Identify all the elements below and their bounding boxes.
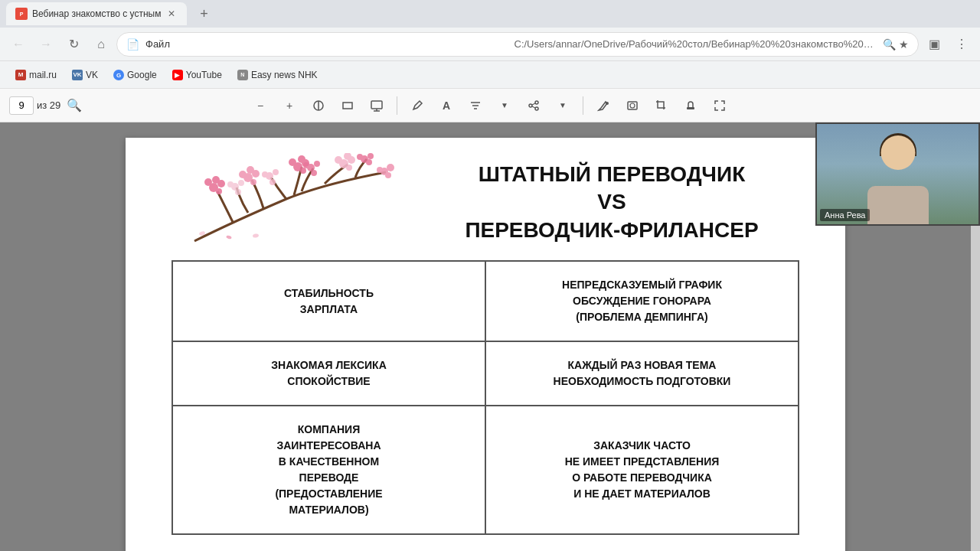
svg-point-48: [385, 172, 391, 178]
zoom-out-button[interactable]: −: [248, 93, 273, 118]
annotate-button[interactable]: [405, 93, 430, 118]
pen-tool-button[interactable]: [591, 93, 616, 118]
bookmark-mail-label: mail.ru: [29, 70, 57, 80]
bookmark-youtube-label: YouTube: [186, 70, 222, 80]
stamp-button[interactable]: [678, 93, 703, 118]
svg-point-47: [387, 164, 394, 171]
tab-favicon: P: [15, 8, 28, 20]
svg-point-53: [262, 171, 268, 178]
svg-point-52: [270, 179, 276, 185]
svg-point-36: [300, 168, 306, 174]
bookmark-youtube[interactable]: ▶ YouTube: [166, 67, 228, 83]
table-cell-3-1: КОМПАНИЯЗАИНТЕРЕСОВАНАВ КАЧЕСТВЕННОМПЕРЕ…: [172, 406, 485, 534]
mail-icon: M: [15, 70, 26, 80]
tab-title: Вебинар знакомство с устным: [32, 8, 161, 19]
menu-button[interactable]: ⋮: [949, 32, 974, 57]
maximize-button[interactable]: [707, 93, 732, 118]
youtube-icon: ▶: [172, 70, 183, 80]
back-button[interactable]: ←: [6, 32, 31, 57]
svg-point-14: [529, 104, 532, 107]
search-pdf-button[interactable]: 🔍: [67, 98, 82, 112]
svg-point-59: [238, 180, 244, 186]
comparison-table: СТАБИЛЬНОСТЬЗАРПЛАТА НЕПРЕДСКАЗУЕМЫЙ ГРА…: [172, 260, 799, 535]
svg-point-34: [298, 155, 305, 163]
present-button[interactable]: [364, 93, 389, 118]
table-cell-1-1: СТАБИЛЬНОСТЬЗАРПЛАТА: [172, 261, 485, 341]
svg-rect-7: [371, 101, 382, 109]
home-button[interactable]: ⌂: [89, 32, 113, 57]
text-button[interactable]: A: [434, 93, 459, 118]
svg-rect-6: [343, 103, 352, 109]
search-address-button[interactable]: 🔍: [883, 38, 896, 51]
refresh-button[interactable]: ↻: [61, 32, 86, 57]
pdf-toolbar: из 29 🔍 − + A ▼: [0, 89, 980, 122]
toolbar-center-buttons: − + A ▼ ▼: [248, 93, 732, 118]
fit-page-button[interactable]: [306, 93, 331, 118]
bookmark-nhk[interactable]: N Easy news NHK: [231, 67, 324, 83]
filter-dropdown[interactable]: ▼: [492, 93, 517, 118]
slide-header: ШТАТНЫЙ ПЕРЕВОДЧИК VS ПЕРЕВОДЧИК-ФРИЛАНС…: [172, 153, 799, 245]
page-number-input[interactable]: [9, 96, 34, 115]
svg-point-25: [204, 178, 212, 186]
table-cell-2-1: ЗНАКОМАЯ ЛЕКСИКАСПОКОЙСТВИЕ: [172, 341, 485, 406]
svg-line-17: [532, 106, 535, 108]
svg-point-41: [346, 165, 352, 171]
bookmark-vk-label: VK: [86, 70, 98, 80]
nhk-icon: N: [237, 70, 248, 80]
new-tab-button[interactable]: +: [193, 3, 214, 24]
zoom-in-button[interactable]: +: [277, 93, 302, 118]
svg-point-51: [273, 169, 279, 175]
extensions-button[interactable]: ▣: [922, 32, 946, 57]
address-bar[interactable]: 📄 Файл C:/Users/annar/OneDrive/Рабочий%2…: [116, 32, 919, 57]
fit-width-button[interactable]: [335, 93, 360, 118]
svg-point-45: [357, 154, 363, 160]
bookmark-vk[interactable]: VK VK: [66, 67, 104, 83]
svg-point-18: [606, 102, 609, 105]
video-overlay: Анна Рева: [815, 122, 980, 226]
content-area: ШТАТНЫЙ ПЕРЕВОДЧИК VS ПЕРЕВОДЧИК-ФРИЛАНС…: [0, 122, 980, 551]
svg-point-26: [216, 188, 222, 194]
bookmark-mail[interactable]: M mail.ru: [9, 67, 63, 83]
crop-button[interactable]: [649, 93, 674, 118]
svg-text:P: P: [20, 11, 24, 17]
person-head: [880, 135, 915, 170]
slide-title-line1: ШТАТНЫЙ ПЕРЕВОДЧИК: [479, 161, 746, 188]
page-input-group: из 29 🔍: [9, 96, 82, 115]
address-path: C:/Users/annar/OneDrive/Рабочий%20стол/В…: [514, 38, 877, 50]
svg-point-64: [253, 233, 260, 238]
filter-button[interactable]: [463, 93, 488, 118]
bookmark-google[interactable]: G Google: [107, 67, 163, 83]
share-dropdown[interactable]: ▼: [550, 93, 575, 118]
svg-point-43: [368, 153, 374, 159]
svg-point-40: [335, 156, 342, 164]
svg-point-61: [227, 181, 234, 187]
svg-point-29: [247, 166, 254, 174]
toolbar-separator-2: [583, 96, 583, 115]
slide-title-vs: VS: [597, 188, 626, 216]
table-cell-3-2: ЗАКАЗЧИК ЧАСТОНЕ ИМЕЕТ ПРЕДСТАВЛЕНИЯО РА…: [485, 406, 799, 534]
table-cell-1-2: НЕПРЕДСКАЗУЕМЫЙ ГРАФИКОБСУЖДЕНИЕ ГОНОРАР…: [485, 261, 799, 341]
page-total-label: из 29: [37, 99, 60, 111]
screenshot-button[interactable]: [620, 93, 645, 118]
svg-point-55: [314, 161, 320, 167]
bookmark-google-label: Google: [127, 70, 157, 80]
pdf-page-content: ШТАТНЫЙ ПЕРЕВОДЧИК VS ПЕРЕВОДЧИК-ФРИЛАНС…: [126, 138, 845, 551]
vk-icon: VK: [72, 70, 83, 80]
cherry-blossom-decoration: [172, 153, 424, 245]
forward-button[interactable]: →: [34, 32, 58, 57]
address-actions: 🔍 ★: [883, 38, 909, 51]
bookmark-star-button[interactable]: ★: [899, 38, 909, 51]
table-cell-2-2: КАЖДЫЙ РАЗ НОВАЯ ТЕМАНЕОБХОДИМОСТЬ ПОДГО…: [485, 341, 799, 406]
svg-point-49: [377, 167, 383, 173]
tab-close-button[interactable]: ✕: [165, 8, 178, 20]
video-feed: Анна Рева: [817, 124, 978, 224]
svg-text:G: G: [116, 72, 121, 79]
svg-point-20: [630, 103, 635, 108]
share-button[interactable]: [521, 93, 546, 118]
svg-point-56: [311, 170, 317, 176]
svg-point-57: [303, 162, 309, 168]
nav-bar: ← → ↻ ⌂ 📄 Файл C:/Users/annar/OneDrive/Р…: [0, 28, 980, 61]
browser-tab[interactable]: P Вебинар знакомство с устным ✕: [6, 2, 187, 25]
slide-title-block: ШТАТНЫЙ ПЕРЕВОДЧИК VS ПЕРЕВОДЧИК-ФРИЛАНС…: [424, 153, 799, 244]
toolbar-separator-1: [397, 96, 397, 115]
